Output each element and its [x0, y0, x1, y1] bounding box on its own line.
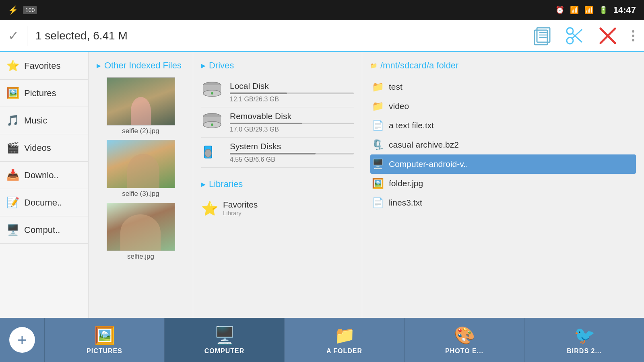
removable-disk-info: Removable Disk 17.0 GB/29.3 GB: [230, 111, 354, 133]
checkmark-icon[interactable]: ✓: [8, 28, 19, 43]
svg-point-14: [211, 92, 213, 95]
favorites-library-item[interactable]: ⭐ Favorites Library: [201, 196, 354, 220]
sidebar-item-videos[interactable]: 🎬 Videos: [0, 134, 88, 162]
tab-afolder-label: A FOLDER: [326, 348, 362, 355]
selfie3-label: selfie (3).jpg: [122, 190, 159, 198]
libraries-header: ▶ Libraries: [201, 179, 354, 189]
action-bar: ✓ 1 selected, 6.41 M: [0, 20, 644, 52]
sidebar-item-computer[interactable]: 🖥️ Comput..: [0, 216, 88, 244]
selfie2-label: selfie (2).jpg: [122, 127, 159, 135]
sidebar-item-documents[interactable]: 📝 Docume..: [0, 189, 88, 216]
sidebar-item-favorites[interactable]: ⭐ Favorites: [0, 52, 88, 80]
archive-icon: 🗜️: [372, 139, 384, 150]
svg-point-5: [567, 37, 573, 44]
file-item-archive[interactable]: 🗜️ casual archive.bz2: [370, 135, 636, 154]
tab-pictures[interactable]: 🖼️ PICTURES: [44, 318, 164, 362]
svg-line-7: [572, 29, 582, 38]
file-item-test[interactable]: 📁 test: [370, 77, 636, 97]
thumb-item-selfie3[interactable]: selfie (3).jpg: [107, 140, 175, 198]
tab-pictures-icon: 🖼️: [94, 325, 115, 345]
image-icon-folder: 🖼️: [372, 178, 384, 189]
delete-icon[interactable]: [597, 25, 618, 46]
text-icon-2: 📄: [372, 197, 384, 208]
battery-icon: 🔋: [599, 6, 608, 14]
tab-photoedit[interactable]: 🎨 PHOTO E...: [404, 318, 524, 362]
selfie3-thumbnail: [107, 140, 175, 188]
panels: ▶ Other Indexed Files selfie (2).jpg: [89, 52, 644, 318]
status-right-icons: ⏰ 📶 📶 🔋 14:47: [555, 5, 636, 15]
action-divider: [27, 26, 27, 46]
text-icon-1: 📄: [372, 120, 384, 131]
alarm-icon: ⏰: [555, 6, 564, 14]
favorites-icon: ⭐: [6, 60, 19, 72]
thumbnail-grid: selfie (2).jpg selfie (3).jpg selfie.jpg: [97, 77, 185, 261]
libraries-title: Libraries: [209, 179, 243, 189]
tab-afolder-icon: 📁: [334, 325, 355, 345]
sidebar-item-downloads[interactable]: 📥 Downlo..: [0, 162, 88, 189]
triangle-icon-1: ▶: [97, 62, 101, 69]
sidebar: ⭐ Favorites 🖼️ Pictures 🎵 Music 🎬 Videos…: [0, 52, 89, 318]
signal-icon: 📶: [584, 6, 593, 14]
computer-file-icon: 🖥️: [372, 158, 384, 170]
drives-panel: ▶ Drives Local Disk 12.1 GB/26.3 GB: [193, 52, 362, 318]
system-disks-icon: [201, 143, 223, 162]
selection-info: 1 selected, 6.41 M: [35, 29, 523, 42]
drives-header: ▶ Drives: [201, 60, 354, 71]
selfie-label: selfie.jpg: [127, 253, 154, 261]
tab-birds[interactable]: 🐦 BIRDS 2...: [524, 318, 644, 362]
folder-icon-video: 📁: [372, 101, 384, 112]
pictures-icon: 🖼️: [6, 87, 19, 99]
folder-path-icon: 📁: [370, 62, 377, 69]
local-disk-info: Local Disk 12.1 GB/26.3 GB: [230, 81, 354, 103]
more-options-icon[interactable]: [630, 29, 636, 43]
folder-icon-test: 📁: [372, 81, 384, 93]
tab-photoedit-label: PHOTO E...: [445, 348, 483, 355]
svg-point-6: [567, 28, 573, 34]
documents-icon: 📝: [6, 196, 19, 209]
status-time: 14:47: [613, 5, 636, 15]
system-disks-info: System Disks 4.55 GB/6.6 GB: [230, 142, 354, 163]
thumb-item-selfie[interactable]: selfie.jpg: [107, 203, 175, 261]
battery-indicator: 100: [23, 6, 37, 14]
removable-disk-item[interactable]: Removable Disk 17.0 GB/29.3 GB: [201, 107, 354, 138]
tab-computer-icon: 🖥️: [214, 325, 235, 345]
thumb-item-selfie2[interactable]: selfie (2).jpg: [107, 77, 175, 135]
file-item-computer-android[interactable]: 🖥️ Computer-android-v..: [370, 154, 636, 174]
folder-path-title: /mnt/sdcard/a folder: [380, 60, 458, 71]
tab-computer-label: COMPUTER: [204, 348, 245, 355]
action-icons: [531, 25, 636, 46]
svg-point-20: [205, 149, 211, 157]
svg-line-8: [572, 33, 582, 42]
downloads-icon: 📥: [6, 169, 19, 181]
status-left-icons: ⚡ 100: [8, 5, 37, 15]
other-indexed-files-title: Other Indexed Files: [104, 60, 182, 71]
main-content: ⭐ Favorites 🖼️ Pictures 🎵 Music 🎬 Videos…: [0, 52, 644, 318]
selfie2-thumbnail: [107, 77, 175, 125]
tab-birds-label: BIRDS 2...: [567, 348, 601, 355]
sidebar-item-pictures[interactable]: 🖼️ Pictures: [0, 80, 88, 107]
tab-computer[interactable]: 🖥️ COMPUTER: [164, 318, 284, 362]
tab-photoedit-icon: 🎨: [454, 325, 475, 345]
add-tab-button[interactable]: +: [0, 318, 44, 362]
favorites-library-icon: ⭐: [201, 200, 218, 216]
svg-point-18: [211, 123, 213, 126]
file-list: 📁 test 📁 video 📄 a text file.txt 🗜️ casu…: [370, 77, 636, 212]
system-disks-item[interactable]: System Disks 4.55 GB/6.6 GB: [201, 138, 354, 168]
tab-birds-icon: 🐦: [574, 325, 595, 345]
usb-icon: ⚡: [8, 5, 18, 15]
other-indexed-files-header: ▶ Other Indexed Files: [97, 60, 185, 71]
add-circle-icon[interactable]: +: [9, 327, 35, 353]
copy-icon[interactable]: [531, 25, 552, 46]
file-item-folder-jpg[interactable]: 🖼️ folder.jpg: [370, 174, 636, 193]
file-item-lines3[interactable]: 📄 lines3.txt: [370, 193, 636, 212]
cut-icon[interactable]: [564, 25, 585, 46]
videos-icon: 🎬: [6, 142, 19, 154]
file-item-video[interactable]: 📁 video: [370, 97, 636, 116]
tab-afolder[interactable]: 📁 A FOLDER: [284, 318, 404, 362]
sidebar-item-music[interactable]: 🎵 Music: [0, 107, 88, 134]
local-disk-item[interactable]: Local Disk 12.1 GB/26.3 GB: [201, 77, 354, 107]
wifi-icon: 📶: [570, 6, 579, 14]
tab-pictures-label: PICTURES: [87, 348, 122, 355]
status-bar: ⚡ 100 ⏰ 📶 📶 🔋 14:47: [0, 0, 644, 20]
file-item-textfile[interactable]: 📄 a text file.txt: [370, 116, 636, 135]
